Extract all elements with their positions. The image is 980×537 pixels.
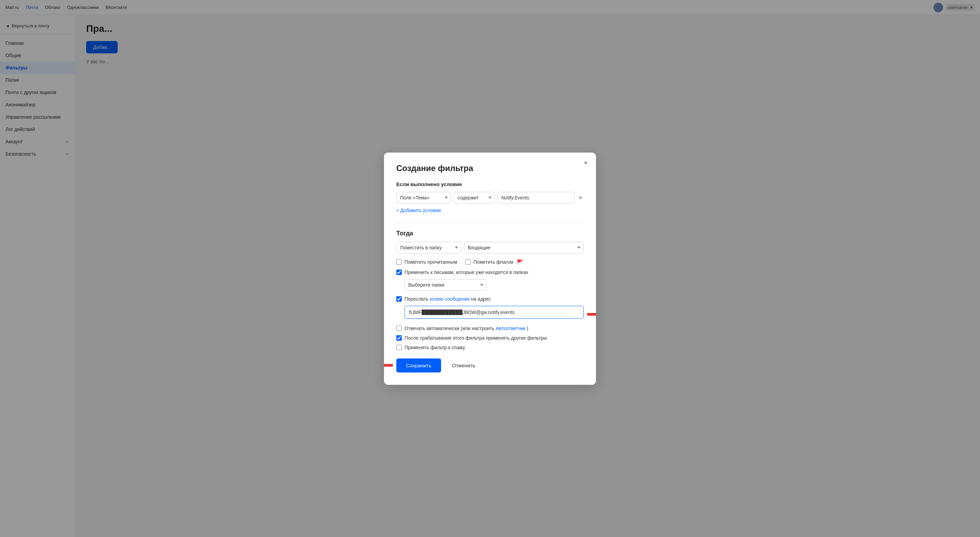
forward-row: Переслать копию сообщения на адрес <box>396 296 584 302</box>
other-filters-checkbox[interactable] <box>396 335 402 341</box>
forward-copy-link[interactable]: копию сообщения <box>430 296 470 302</box>
autoreply-row: Отвечать автоматически (или настроить Ав… <box>396 326 584 331</box>
forward-suffix: на адрес <box>471 296 491 302</box>
spam-row: Применять фильтр к спаму <box>396 345 584 350</box>
mark-read-label: Пометить прочитанным <box>404 259 457 265</box>
forward-address-input[interactable] <box>404 306 584 319</box>
apply-folder-select[interactable]: Выберите папки <box>404 279 487 291</box>
mark-flag-checkbox[interactable] <box>465 259 471 265</box>
condition-value-input[interactable] <box>498 192 574 204</box>
modal-footer: Сохранить Отменить <box>396 359 584 373</box>
divider <box>396 223 584 223</box>
other-filters-row: После срабатывания этого фильтра применя… <box>396 335 584 341</box>
field-select[interactable]: Поле «Тема» <box>396 192 451 204</box>
apply-existing-row: Применить к письмам, которые уже находят… <box>396 269 584 275</box>
mark-read-checkbox[interactable] <box>396 259 402 265</box>
forward-address-wrapper <box>396 306 584 323</box>
other-filters-label: После срабатывания этого фильтра применя… <box>404 335 547 341</box>
autoreply-checkbox[interactable] <box>396 326 402 331</box>
spam-label: Применять фильтр к спаму <box>404 345 465 350</box>
save-button[interactable]: Сохранить <box>396 359 441 373</box>
mark-flag-label: Пометить флагом <box>474 259 513 265</box>
then-label: Тогда <box>396 230 584 237</box>
operator-select[interactable]: содержит <box>454 192 495 204</box>
condition-clear-button[interactable]: × <box>577 194 584 201</box>
apply-folder-select-row: Выберите папки <box>404 279 584 291</box>
add-condition-link[interactable]: + Добавить условие <box>396 208 441 213</box>
forward-label: Переслать копию сообщения на адрес <box>404 296 491 302</box>
apply-existing-checkbox[interactable] <box>396 269 402 275</box>
condition-row: Поле «Тема» содержит × <box>396 192 584 204</box>
svg-marker-1 <box>384 361 393 370</box>
apply-existing-label: Применить к письмам, которые уже находят… <box>404 269 528 275</box>
red-arrow-bottom-icon <box>384 360 393 370</box>
autoreply-label: Отвечать автоматически (или настроить Ав… <box>404 326 528 331</box>
autoreply-link[interactable]: Автоответчик <box>496 326 525 331</box>
mark-read-row: Пометить прочитанным Пометить флагом 🚩 <box>396 259 584 265</box>
flag-icon: 🚩 <box>517 259 523 265</box>
action-row: Поместить в папку Входящие <box>396 242 584 253</box>
modal-title: Создание фильтра <box>396 164 584 173</box>
save-btn-wrapper: Сохранить <box>396 359 441 373</box>
svg-marker-0 <box>587 310 596 319</box>
cancel-button[interactable]: Отменить <box>445 359 482 373</box>
condition-section-label: Если выполнено условие <box>396 181 584 187</box>
modal-close-button[interactable]: × <box>584 159 588 166</box>
modal-overlay: × Создание фильтра Если выполнено услови… <box>0 0 980 537</box>
filter-modal: × Создание фильтра Если выполнено услови… <box>384 153 596 385</box>
red-arrow-right-icon <box>587 309 596 319</box>
spam-checkbox[interactable] <box>396 345 402 350</box>
action-select[interactable]: Поместить в папку <box>396 242 461 253</box>
folder-select[interactable]: Входящие <box>464 242 584 253</box>
forward-checkbox[interactable] <box>396 296 402 302</box>
